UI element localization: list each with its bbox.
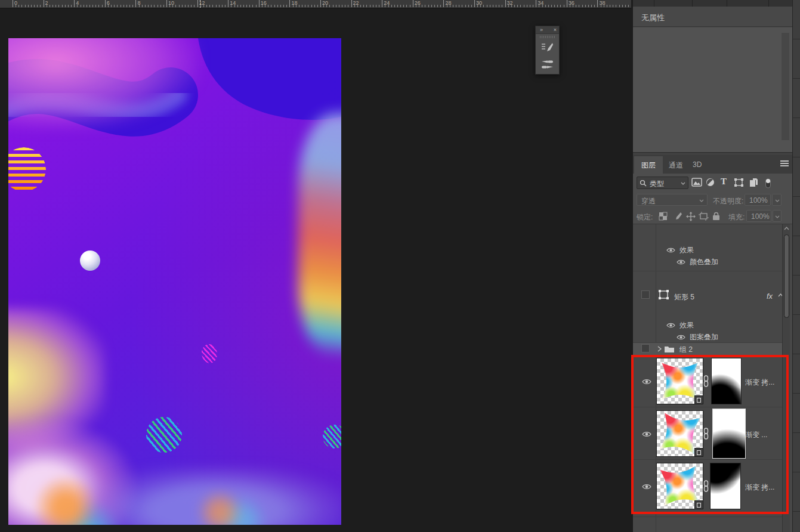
mask-link-icon[interactable] — [703, 428, 709, 440]
fill-input[interactable]: 100% — [746, 210, 771, 222]
layers-tab-bar: 图层 通道 3D — [633, 154, 792, 174]
expand-group-chevron-icon[interactable] — [657, 346, 662, 352]
mask-link-icon[interactable] — [703, 480, 709, 492]
chevron-down-icon — [775, 215, 780, 218]
fx-badge[interactable]: fx — [767, 292, 773, 301]
layer-row-rect5[interactable]: 矩形 5 fx — [633, 271, 782, 318]
brush-settings-icon — [540, 42, 554, 54]
right-dock: 无属性 图层 通道 3D 类型 — [633, 0, 792, 532]
eye-icon[interactable] — [677, 334, 685, 341]
collapsed-tab-strip[interactable] — [633, 0, 792, 7]
lock-pixels-brush-icon[interactable] — [673, 212, 682, 221]
layer-row-gradient-2[interactable]: 渐变 ... — [633, 408, 782, 460]
fill-dropdown[interactable] — [773, 210, 782, 222]
eye-icon[interactable] — [642, 483, 651, 490]
layers-list: 效果 颜色叠加 矩形 5 fx — [633, 224, 792, 532]
eye-icon[interactable] — [677, 259, 685, 265]
pattern-overlay-label: 图案叠加 — [690, 332, 718, 342]
folder-icon — [664, 345, 675, 353]
smart-object-badge-icon — [694, 395, 703, 404]
fill-label: 填充: — [728, 212, 745, 222]
properties-panel-body — [633, 27, 792, 153]
opacity-dropdown[interactable] — [772, 194, 782, 206]
effect-item-row[interactable]: 图案叠加 — [633, 331, 782, 343]
layer-filter-row: 类型 T — [633, 174, 792, 192]
filter-type-select[interactable]: 类型 — [637, 177, 688, 189]
effects-row[interactable]: 效果 — [633, 244, 782, 256]
layer-name: 渐变 ... — [745, 430, 767, 440]
filter-adjustment-icon[interactable] — [706, 178, 715, 187]
effects-label: 效果 — [679, 320, 694, 330]
layer-row-gradient-copy-2[interactable]: 渐变 拷... — [633, 460, 782, 512]
layer-mask-thumbnail[interactable] — [711, 358, 742, 404]
layer-thumbnail[interactable] — [656, 463, 703, 509]
pink-gradient-blob — [8, 38, 199, 129]
layer-name: 渐变 拷... — [745, 482, 774, 493]
scrollbar-thumb[interactable] — [784, 234, 789, 318]
collapse-panel-icon[interactable]: » — [540, 27, 542, 33]
collapsed-dock-strip[interactable] — [792, 0, 800, 532]
layer-thumbnail[interactable] — [656, 410, 703, 457]
scroll-up-arrow-icon[interactable] — [784, 227, 789, 230]
photoshop-window: 02468101214161820222426283032343638 » × — [0, 0, 800, 532]
layer-thumbnail[interactable] — [656, 358, 703, 404]
properties-scrollbar[interactable] — [782, 33, 789, 140]
lock-row: 锁定: 填充: 100% — [633, 208, 792, 224]
rainbow-edge-blob — [298, 113, 341, 354]
filter-smart-object-icon[interactable] — [749, 178, 758, 187]
layer-mask-thumbnail[interactable] — [710, 463, 741, 509]
floating-panel-header[interactable]: » × — [536, 26, 559, 34]
tab-layers[interactable]: 图层 — [634, 156, 663, 174]
eye-icon[interactable] — [666, 247, 675, 253]
mask-link-icon[interactable] — [703, 375, 709, 387]
eye-icon[interactable] — [642, 431, 651, 438]
blend-mode-row: 穿透 不透明度: 100% — [633, 192, 792, 208]
close-panel-icon[interactable]: × — [554, 27, 557, 33]
filter-text-icon[interactable]: T — [721, 177, 727, 187]
chevron-down-icon — [775, 199, 780, 202]
brush-settings-button[interactable] — [539, 40, 556, 55]
layer-mask-thumbnail-selected[interactable] — [712, 409, 746, 459]
filter-type-label: 类型 — [650, 179, 664, 189]
document-canvas[interactable] — [8, 38, 341, 525]
lock-all-padlock-icon[interactable] — [712, 212, 720, 221]
search-icon — [640, 180, 647, 187]
lock-position-move-icon[interactable] — [686, 212, 696, 221]
effects-row[interactable]: 效果 — [633, 319, 782, 331]
floating-brush-panel: » × — [535, 26, 560, 75]
layers-scrollbar[interactable] — [782, 224, 790, 532]
filter-image-icon[interactable] — [691, 178, 702, 187]
blend-mode-value: 穿透 — [641, 196, 656, 206]
filter-pin-toggle-icon[interactable] — [765, 178, 771, 188]
layer-name: 渐变 拷... — [745, 378, 774, 388]
smart-object-badge-icon — [694, 500, 703, 509]
filter-shape-icon[interactable] — [734, 178, 744, 187]
visibility-checkbox[interactable] — [641, 344, 650, 352]
panel-grip[interactable] — [540, 36, 555, 38]
white-sphere — [80, 250, 100, 271]
panel-menu-icon[interactable] — [780, 160, 789, 167]
horizontal-ruler[interactable]: 02468101214161820222426283032343638 — [0, 0, 631, 8]
tool-presets-button[interactable] — [539, 57, 556, 72]
effects-label: 效果 — [679, 245, 694, 255]
properties-panel-header: 无属性 — [633, 7, 792, 27]
color-overlay-label: 颜色叠加 — [690, 257, 718, 267]
lock-transparency-icon[interactable] — [659, 212, 668, 221]
eye-icon[interactable] — [666, 322, 675, 329]
opacity-input[interactable]: 100% — [745, 194, 771, 206]
opacity-value: 100% — [749, 196, 768, 205]
layer-row-gradient-copy-1[interactable]: 渐变 拷... — [633, 355, 782, 407]
smart-object-badge-icon — [694, 448, 703, 457]
fill-value: 100% — [751, 212, 770, 221]
lock-artboard-icon[interactable] — [699, 212, 709, 221]
layer-name: 矩形 5 — [674, 292, 694, 302]
eye-icon[interactable] — [642, 378, 651, 385]
effect-item-row[interactable]: 颜色叠加 — [633, 256, 782, 268]
bottom-soft-blob — [85, 466, 341, 525]
tab-3d[interactable]: 3D — [685, 156, 709, 174]
layer-row-group2[interactable]: 组 2 — [633, 343, 782, 355]
blend-mode-select[interactable]: 穿透 — [637, 194, 708, 206]
lock-label: 锁定: — [637, 212, 653, 222]
shape-layer-icon — [657, 289, 670, 301]
visibility-checkbox[interactable] — [641, 290, 650, 299]
